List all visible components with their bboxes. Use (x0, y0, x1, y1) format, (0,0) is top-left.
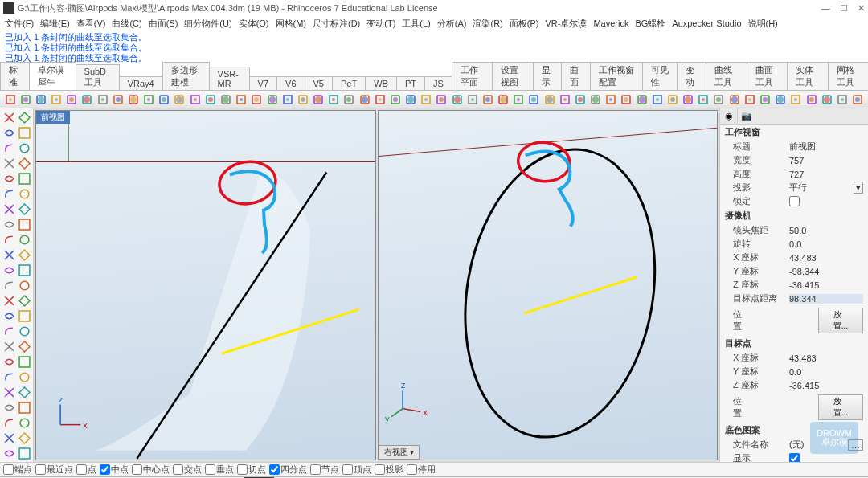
menu-item[interactable]: 实体(O) (239, 18, 269, 30)
tab[interactable]: VSR-MR (209, 67, 250, 90)
tool-icon[interactable] (2, 324, 16, 338)
tool-icon[interactable] (805, 92, 818, 107)
prop-value[interactable]: -36.415 (789, 381, 863, 390)
tab[interactable]: VRay4 (119, 76, 163, 90)
menu-item[interactable]: 编辑(E) (40, 18, 70, 30)
tool-icon[interactable] (2, 247, 16, 262)
tool-icon[interactable] (17, 385, 31, 399)
tab[interactable]: WB (365, 76, 397, 90)
prop-value[interactable]: 757 (789, 156, 863, 165)
panel-tab-properties-icon[interactable]: ◉ (720, 108, 738, 123)
prop-value[interactable]: 98.344 (789, 294, 863, 304)
tool-icon[interactable] (311, 92, 325, 107)
tool-icon[interactable] (558, 92, 571, 107)
tool-icon[interactable] (650, 92, 664, 107)
tool-icon[interactable] (17, 446, 31, 460)
tool-icon[interactable] (17, 232, 31, 247)
tool-icon[interactable] (2, 354, 16, 369)
tool-icon[interactable] (142, 92, 156, 107)
tab[interactable]: 标准 (0, 62, 30, 90)
tool-icon[interactable] (2, 263, 16, 277)
tool-icon[interactable] (17, 324, 31, 338)
lock-checkbox[interactable] (789, 196, 800, 206)
tab[interactable]: 工作平面 (452, 62, 493, 90)
tab[interactable]: 显示 (533, 62, 563, 90)
tool-icon[interactable] (2, 171, 16, 186)
tool-icon[interactable] (50, 92, 63, 107)
tool-icon[interactable] (17, 415, 31, 430)
close-button[interactable]: ✕ (858, 3, 865, 14)
menu-item[interactable]: 曲线(C) (112, 18, 141, 30)
tool-icon[interactable] (388, 92, 402, 107)
tool-icon[interactable] (727, 92, 741, 107)
tab[interactable]: PeT (332, 76, 366, 90)
tab[interactable]: 可见性 (642, 62, 678, 90)
tool-icon[interactable] (620, 92, 633, 107)
osnap-item[interactable]: 中点 (100, 464, 129, 476)
tool-icon[interactable] (280, 92, 294, 107)
tool-icon[interactable] (126, 92, 140, 107)
viewport-3333[interactable]: 3333 ▾ x z y 右视图 ▾ (378, 110, 719, 460)
tool-icon[interactable] (697, 92, 710, 107)
tool-icon[interactable] (65, 92, 79, 107)
tool-icon[interactable] (497, 92, 510, 107)
tab[interactable]: 设置视图 (492, 62, 533, 90)
tool-icon[interactable] (682, 92, 695, 107)
osnap-item[interactable]: 顶点 (342, 464, 371, 476)
menu-item[interactable]: 变动(T) (366, 18, 395, 30)
viewport-label[interactable]: 前视图 (36, 111, 70, 124)
tab[interactable]: V5 (305, 76, 333, 90)
prop-value[interactable]: 0.0 (789, 239, 863, 249)
tab[interactable]: 变动 (677, 62, 706, 90)
tool-icon[interactable] (2, 110, 16, 125)
menu-item[interactable]: 文件(F) (5, 18, 34, 30)
tool-icon[interactable] (712, 92, 726, 107)
tab[interactable]: 曲面工具 (747, 62, 788, 90)
place-button[interactable]: 放置... (818, 308, 863, 333)
tool-icon[interactable] (327, 92, 341, 107)
menu-item[interactable]: 渲染(R) (473, 18, 502, 30)
tool-icon[interactable] (758, 92, 772, 107)
tool-icon[interactable] (17, 171, 31, 186)
osnap-item[interactable]: 切点 (237, 464, 266, 476)
tool-icon[interactable] (2, 308, 16, 323)
panel-tab-camera-icon[interactable]: 📷 (738, 108, 755, 123)
tool-icon[interactable] (2, 370, 16, 384)
tool-icon[interactable] (235, 92, 248, 107)
tab[interactable]: V7 (249, 76, 277, 90)
tool-icon[interactable] (203, 92, 217, 107)
osnap-item[interactable]: 停用 (407, 464, 436, 476)
tab[interactable]: V6 (276, 76, 305, 90)
tool-icon[interactable] (296, 92, 309, 107)
osnap-item[interactable]: 垂点 (205, 464, 234, 476)
tool-icon[interactable] (420, 92, 433, 107)
tool-icon[interactable] (34, 92, 47, 107)
tab[interactable]: 曲线工具 (706, 62, 747, 90)
tool-icon[interactable] (219, 92, 232, 107)
prop-value[interactable]: 50.0 (789, 226, 863, 235)
menu-item[interactable]: 尺寸标注(D) (313, 18, 360, 30)
projection-select[interactable]: 平行 ▾ (789, 182, 863, 194)
tool-icon[interactable] (542, 92, 556, 107)
menu-item[interactable]: 工具(L) (402, 18, 430, 30)
tool-icon[interactable] (17, 278, 31, 292)
viewport-front[interactable]: 前视图 ▾ 前视图 x z (35, 110, 376, 460)
tool-icon[interactable] (17, 247, 31, 262)
tool-icon[interactable] (743, 92, 756, 107)
osnap-item[interactable]: 投影 (375, 464, 403, 476)
osnap-item[interactable]: 端点 (3, 464, 32, 476)
prop-value[interactable]: 43.483 (789, 353, 863, 363)
maximize-button[interactable]: ☐ (840, 3, 848, 14)
tool-icon[interactable] (158, 92, 171, 107)
tool-icon[interactable] (2, 431, 16, 445)
menu-item[interactable]: 分析(A) (437, 18, 467, 30)
minimize-button[interactable]: — (821, 3, 830, 14)
osnap-item[interactable]: 节点 (310, 464, 339, 476)
prop-value[interactable]: -36.415 (789, 280, 863, 290)
tool-icon[interactable] (850, 92, 864, 107)
prop-value[interactable]: 43.483 (789, 253, 863, 263)
tool-icon[interactable] (665, 92, 679, 107)
tool-icon[interactable] (465, 92, 479, 107)
tool-icon[interactable] (3, 92, 17, 107)
tab[interactable]: PT (396, 76, 425, 90)
